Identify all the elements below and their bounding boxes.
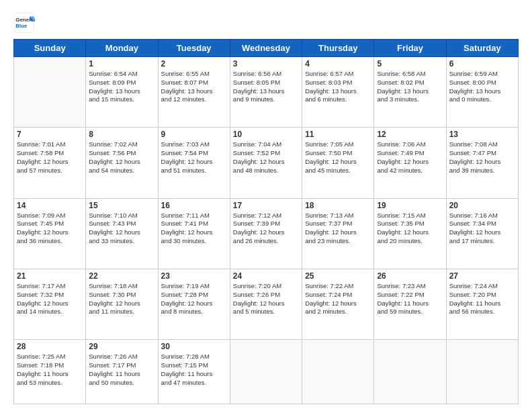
calendar-cell: 13Sunrise: 7:08 AMSunset: 7:47 PMDayligh… [446, 128, 518, 198]
day-number: 16 [161, 201, 227, 210]
calendar-cell: 7Sunrise: 7:01 AMSunset: 7:58 PMDaylight… [14, 128, 86, 198]
cell-info: Sunrise: 7:05 AMSunset: 7:50 PMDaylight:… [305, 140, 371, 175]
day-number: 19 [377, 201, 443, 210]
page: General Blue SundayMondayTuesdayWednesda… [0, 0, 532, 411]
day-number: 15 [89, 201, 154, 210]
day-header-friday: Friday [374, 40, 446, 57]
cell-info: Sunrise: 7:28 AMSunset: 7:15 PMDaylight:… [161, 353, 227, 387]
calendar-cell: 24Sunrise: 7:20 AMSunset: 7:26 PMDayligh… [230, 269, 302, 339]
cell-info: Sunrise: 7:17 AMSunset: 7:32 PMDaylight:… [17, 282, 83, 316]
cell-info: Sunrise: 7:25 AMSunset: 7:18 PMDaylight:… [17, 353, 83, 387]
calendar-cell: 23Sunrise: 7:19 AMSunset: 7:28 PMDayligh… [158, 269, 230, 339]
cell-info: Sunrise: 7:02 AMSunset: 7:56 PMDaylight:… [89, 140, 154, 175]
cell-info: Sunrise: 7:26 AMSunset: 7:17 PMDaylight:… [89, 353, 154, 387]
day-number: 13 [449, 130, 515, 139]
cell-info: Sunrise: 6:58 AMSunset: 8:02 PMDaylight:… [377, 70, 443, 104]
day-number: 14 [17, 201, 83, 210]
calendar-cell: 30Sunrise: 7:28 AMSunset: 7:15 PMDayligh… [158, 340, 230, 404]
calendar-cell: 29Sunrise: 7:26 AMSunset: 7:17 PMDayligh… [86, 340, 158, 404]
week-row-1: 1Sunrise: 6:54 AMSunset: 8:09 PMDaylight… [14, 57, 519, 128]
svg-text:Blue: Blue [15, 23, 28, 29]
day-header-monday: Monday [86, 40, 158, 57]
day-header-sunday: Sunday [14, 40, 86, 57]
cell-info: Sunrise: 7:09 AMSunset: 7:45 PMDaylight:… [17, 212, 83, 246]
cell-info: Sunrise: 7:23 AMSunset: 7:22 PMDaylight:… [377, 282, 443, 316]
day-number: 22 [89, 271, 154, 281]
day-header-saturday: Saturday [446, 40, 518, 57]
calendar-cell [302, 340, 374, 404]
week-row-4: 21Sunrise: 7:17 AMSunset: 7:32 PMDayligh… [14, 269, 519, 339]
logo: General Blue [13, 12, 38, 34]
day-number: 3 [233, 59, 299, 68]
calendar-cell: 28Sunrise: 7:25 AMSunset: 7:18 PMDayligh… [14, 340, 86, 404]
calendar-cell: 18Sunrise: 7:13 AMSunset: 7:37 PMDayligh… [302, 198, 374, 269]
calendar-cell [446, 340, 518, 404]
day-number: 29 [89, 342, 154, 351]
day-number: 23 [161, 271, 227, 281]
calendar-cell: 25Sunrise: 7:22 AMSunset: 7:24 PMDayligh… [302, 269, 374, 339]
week-row-5: 28Sunrise: 7:25 AMSunset: 7:18 PMDayligh… [14, 340, 519, 404]
day-number: 18 [305, 201, 371, 210]
cell-info: Sunrise: 7:01 AMSunset: 7:58 PMDaylight:… [17, 140, 83, 175]
day-number: 21 [17, 271, 83, 281]
cell-info: Sunrise: 6:59 AMSunset: 8:00 PMDaylight:… [449, 70, 515, 104]
calendar-cell [374, 340, 446, 404]
calendar-table: SundayMondayTuesdayWednesdayThursdayFrid… [13, 39, 519, 404]
header: General Blue [13, 12, 519, 34]
calendar-cell: 11Sunrise: 7:05 AMSunset: 7:50 PMDayligh… [302, 128, 374, 198]
cell-info: Sunrise: 7:08 AMSunset: 7:47 PMDaylight:… [449, 140, 515, 175]
cell-info: Sunrise: 7:13 AMSunset: 7:37 PMDaylight:… [305, 212, 371, 246]
day-number: 6 [449, 59, 515, 68]
day-number: 20 [449, 201, 515, 210]
calendar-cell: 27Sunrise: 7:24 AMSunset: 7:20 PMDayligh… [446, 269, 518, 339]
cell-info: Sunrise: 7:06 AMSunset: 7:49 PMDaylight:… [377, 140, 443, 175]
cell-info: Sunrise: 7:20 AMSunset: 7:26 PMDaylight:… [233, 282, 299, 316]
calendar-cell: 21Sunrise: 7:17 AMSunset: 7:32 PMDayligh… [14, 269, 86, 339]
day-number: 1 [89, 59, 154, 68]
calendar-cell: 16Sunrise: 7:11 AMSunset: 7:41 PMDayligh… [158, 198, 230, 269]
calendar-header-row: SundayMondayTuesdayWednesdayThursdayFrid… [14, 40, 519, 57]
day-number: 10 [233, 130, 299, 139]
day-number: 30 [161, 342, 227, 351]
day-number: 4 [305, 59, 371, 68]
day-number: 26 [377, 271, 443, 281]
cell-info: Sunrise: 7:03 AMSunset: 7:54 PMDaylight:… [161, 140, 227, 175]
calendar-cell: 17Sunrise: 7:12 AMSunset: 7:39 PMDayligh… [230, 198, 302, 269]
cell-info: Sunrise: 7:12 AMSunset: 7:39 PMDaylight:… [233, 212, 299, 246]
calendar-cell: 14Sunrise: 7:09 AMSunset: 7:45 PMDayligh… [14, 198, 86, 269]
cell-info: Sunrise: 7:04 AMSunset: 7:52 PMDaylight:… [233, 140, 299, 175]
cell-info: Sunrise: 7:18 AMSunset: 7:30 PMDaylight:… [89, 282, 154, 316]
calendar-cell: 15Sunrise: 7:10 AMSunset: 7:43 PMDayligh… [86, 198, 158, 269]
calendar-cell: 26Sunrise: 7:23 AMSunset: 7:22 PMDayligh… [374, 269, 446, 339]
cell-info: Sunrise: 7:16 AMSunset: 7:34 PMDaylight:… [449, 212, 515, 246]
day-number: 7 [17, 130, 83, 139]
day-number: 9 [161, 130, 227, 139]
calendar-cell: 1Sunrise: 6:54 AMSunset: 8:09 PMDaylight… [86, 57, 158, 128]
calendar-cell: 22Sunrise: 7:18 AMSunset: 7:30 PMDayligh… [86, 269, 158, 339]
calendar-cell: 6Sunrise: 6:59 AMSunset: 8:00 PMDaylight… [446, 57, 518, 128]
cell-info: Sunrise: 6:56 AMSunset: 8:05 PMDaylight:… [233, 70, 299, 104]
week-row-2: 7Sunrise: 7:01 AMSunset: 7:58 PMDaylight… [14, 128, 519, 198]
day-number: 8 [89, 130, 154, 139]
cell-info: Sunrise: 7:24 AMSunset: 7:20 PMDaylight:… [449, 282, 515, 316]
day-number: 12 [377, 130, 443, 139]
day-header-wednesday: Wednesday [230, 40, 302, 57]
cell-info: Sunrise: 7:10 AMSunset: 7:43 PMDaylight:… [89, 212, 154, 246]
cell-info: Sunrise: 6:55 AMSunset: 8:07 PMDaylight:… [161, 70, 227, 104]
calendar-cell: 20Sunrise: 7:16 AMSunset: 7:34 PMDayligh… [446, 198, 518, 269]
calendar-cell [14, 57, 86, 128]
cell-info: Sunrise: 6:57 AMSunset: 8:03 PMDaylight:… [305, 70, 371, 104]
day-number: 24 [233, 271, 299, 281]
day-number: 11 [305, 130, 371, 139]
calendar-cell: 5Sunrise: 6:58 AMSunset: 8:02 PMDaylight… [374, 57, 446, 128]
calendar-cell [230, 340, 302, 404]
day-number: 5 [377, 59, 443, 68]
calendar-cell: 10Sunrise: 7:04 AMSunset: 7:52 PMDayligh… [230, 128, 302, 198]
calendar-cell: 3Sunrise: 6:56 AMSunset: 8:05 PMDaylight… [230, 57, 302, 128]
logo-icon: General Blue [13, 12, 35, 34]
day-header-thursday: Thursday [302, 40, 374, 57]
day-number: 28 [17, 342, 83, 351]
day-number: 27 [449, 271, 515, 281]
cell-info: Sunrise: 6:54 AMSunset: 8:09 PMDaylight:… [89, 70, 154, 104]
day-header-tuesday: Tuesday [158, 40, 230, 57]
